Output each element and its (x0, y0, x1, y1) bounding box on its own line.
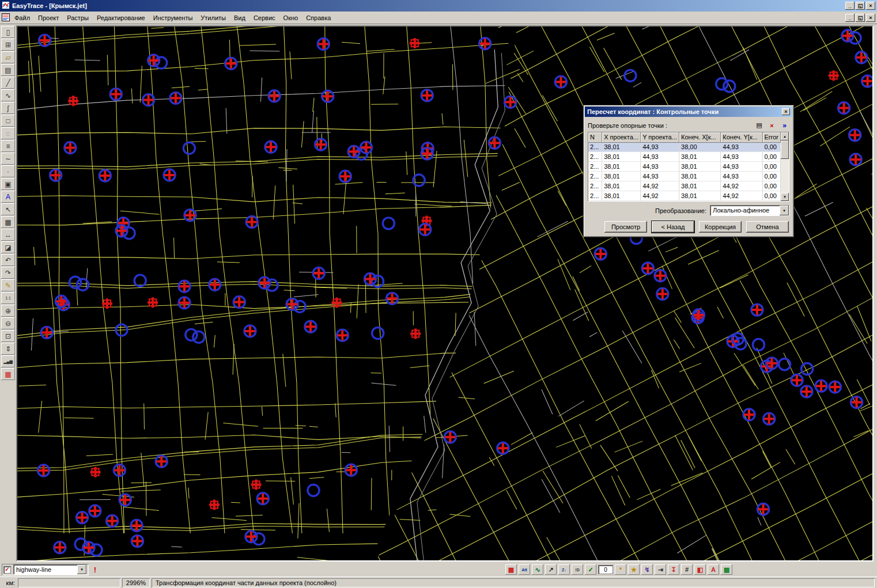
control-point-marker[interactable] (345, 464, 357, 476)
control-point-marker[interactable] (642, 263, 653, 274)
control-point-marker[interactable] (337, 329, 348, 341)
correction-button[interactable]: Коррекция (699, 221, 742, 233)
control-point-marker[interactable] (107, 515, 118, 526)
table-row[interactable]: 2...38,0144,9338,0044,930,00 (588, 142, 781, 152)
layer-visible-checkbox[interactable]: ✓ (3, 566, 11, 574)
control-point-marker[interactable] (77, 512, 88, 523)
control-point-marker[interactable] (655, 270, 666, 282)
menu-item-8[interactable]: Окно (279, 13, 303, 23)
table-row[interactable]: 2...38,0144,9338,0144,930,00 (588, 162, 781, 172)
attributes-icon[interactable]: Att (519, 564, 530, 575)
table-row[interactable]: 2...38,0144,9238,0144,920,00 (588, 191, 781, 201)
mdi-minimize-button[interactable]: _ (845, 14, 855, 22)
control-point-marker[interactable] (751, 304, 763, 316)
mdi-restore-button[interactable]: ◱ (856, 14, 865, 22)
control-point-marker[interactable] (54, 542, 66, 553)
column-header-5[interactable]: Error (762, 132, 780, 142)
menu-item-2[interactable]: Растры (63, 13, 93, 23)
parallel-tool-icon[interactable]: ≡ (1, 140, 15, 152)
control-point-marker[interactable] (313, 268, 324, 279)
control-point-marker[interactable] (829, 381, 841, 393)
control-point-marker[interactable] (555, 76, 566, 88)
control-point-marker[interactable] (693, 309, 704, 321)
cancel-button[interactable]: Отмена (746, 221, 789, 233)
menu-item-5[interactable]: Утилиты (196, 13, 230, 23)
control-point-marker[interactable] (317, 39, 329, 50)
control-point-marker[interactable] (225, 58, 237, 69)
control-point-marker[interactable] (50, 169, 62, 181)
validate-icon[interactable]: ✓ (585, 564, 596, 575)
table-row[interactable]: 2...38,0144,9238,0144,920,00 (588, 181, 781, 191)
contrast-icon[interactable]: ★ (628, 564, 640, 575)
control-point-marker[interactable] (360, 142, 372, 153)
control-point-marker[interactable] (179, 297, 190, 309)
new-project-icon[interactable]: ▯ (1, 26, 15, 38)
add-layer-icon[interactable]: ⊞ (1, 39, 15, 51)
eraser-tool-icon[interactable]: ◪ (1, 241, 15, 253)
brightness-icon[interactable]: * (615, 564, 626, 575)
color-palette-icon[interactable]: ▩ (721, 564, 732, 575)
mdi-close-button[interactable]: × (866, 14, 875, 22)
control-point-marker[interactable] (410, 38, 420, 48)
column-header-0[interactable]: N (588, 132, 602, 142)
control-point-marker[interactable] (479, 38, 491, 50)
control-point-marker[interactable] (815, 380, 827, 392)
restore-button[interactable]: ◱ (856, 2, 865, 10)
control-point-marker[interactable] (131, 519, 142, 531)
control-point-marker[interactable] (862, 75, 872, 87)
scroll-up-icon[interactable]: ▲ (781, 132, 789, 141)
control-point-marker[interactable] (419, 224, 431, 236)
vector-nodes-icon[interactable]: ∿ (532, 564, 543, 575)
control-point-marker[interactable] (421, 90, 433, 101)
point-tool-icon[interactable]: ∙ (1, 165, 15, 177)
close-button[interactable]: × (866, 2, 875, 10)
column-header-1[interactable]: X проекта... (602, 132, 641, 142)
more-options-icon[interactable]: » (780, 121, 789, 130)
control-point-marker[interactable] (90, 467, 101, 477)
control-point-marker[interactable] (65, 142, 76, 154)
select-tool-icon[interactable]: ↖ (1, 203, 15, 215)
control-point-marker[interactable] (743, 409, 755, 420)
control-point-marker[interactable] (497, 442, 509, 454)
control-point-marker[interactable] (246, 216, 258, 227)
control-point-marker[interactable] (421, 148, 433, 160)
zoom-actual-icon[interactable]: 1:1 (1, 292, 15, 304)
raster-visibility-icon[interactable]: ▦ (505, 564, 517, 575)
control-point-marker[interactable] (233, 297, 245, 308)
dialog-close-icon[interactable]: × (782, 108, 790, 115)
delete-point-icon[interactable]: × (767, 121, 777, 130)
control-point-marker[interactable] (315, 139, 327, 150)
group-select-tool-icon[interactable]: ▦ (1, 216, 15, 228)
minimize-button[interactable]: _ (845, 2, 855, 10)
control-point-marker[interactable] (657, 288, 668, 299)
control-point-marker[interactable] (156, 456, 167, 467)
table-row[interactable]: 2...38,0144,9338,0144,930,00 (588, 172, 781, 181)
menu-item-1[interactable]: Проект (34, 13, 63, 23)
control-point-marker[interactable] (170, 92, 182, 104)
control-point-marker[interactable] (505, 96, 516, 108)
control-point-marker[interactable] (251, 479, 262, 490)
control-point-marker[interactable] (758, 503, 769, 515)
control-point-marker[interactable] (184, 210, 196, 221)
chevron-down-icon[interactable]: ▼ (77, 565, 86, 574)
object-id-icon[interactable]: !D (572, 564, 583, 575)
text-tool-icon[interactable]: A (1, 191, 15, 203)
save-icon[interactable]: ▤ (1, 64, 15, 76)
table-scrollbar[interactable]: ▲ ▼ (781, 132, 789, 201)
control-point-marker[interactable] (850, 154, 861, 165)
control-point-marker[interactable] (209, 279, 221, 290)
spline-tool-icon[interactable]: ∫ (1, 102, 15, 114)
preview-button[interactable]: Просмотр (604, 221, 647, 233)
control-point-marker[interactable] (444, 431, 456, 443)
move-node-icon[interactable]: ↗ (545, 564, 557, 575)
control-point-marker[interactable] (763, 413, 775, 424)
control-point-marker[interactable] (849, 130, 861, 141)
control-point-marker[interactable] (851, 397, 863, 408)
column-header-3[interactable]: Конеч. X[к... (679, 132, 721, 142)
control-point-marker[interactable] (38, 465, 50, 476)
control-point-marker[interactable] (41, 327, 52, 338)
control-point-marker[interactable] (489, 137, 500, 149)
document-icon[interactable] (2, 13, 10, 22)
polyline-tool-icon[interactable]: ∿ (1, 89, 15, 101)
control-point-marker[interactable] (89, 505, 101, 517)
